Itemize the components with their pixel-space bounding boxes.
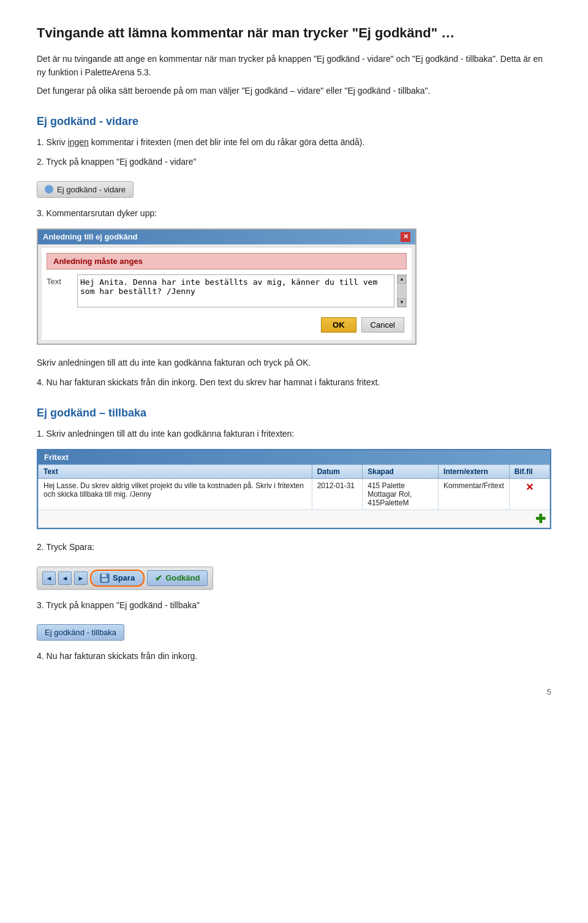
col-header-datum: Datum bbox=[312, 465, 363, 479]
table-add-row: ✚ bbox=[39, 510, 550, 528]
nav-prev-button[interactable]: ◄ bbox=[58, 571, 72, 585]
cell-intern-extern: Kommentar/Fritext bbox=[439, 479, 510, 510]
dialog-close-button[interactable]: ✕ bbox=[401, 232, 410, 242]
cell-skapad: 415 Palette Mottagar Rol, 415PaletteM bbox=[363, 479, 439, 510]
dialog-buttons: OK Cancel bbox=[47, 314, 407, 335]
step2-1: 1. Skriv anledningen till att du inte ka… bbox=[37, 427, 551, 440]
dialog-error-bar: Anledning måste anges bbox=[47, 253, 407, 269]
fritext-header: Fritext bbox=[38, 450, 550, 464]
page-number: 5 bbox=[37, 687, 551, 696]
dialog-textarea[interactable]: Hej Anita. Denna har inte beställts av m… bbox=[77, 274, 394, 307]
dialog-scrollbar[interactable]: ▲ ▼ bbox=[397, 274, 407, 307]
dialog-titlebar: Anledning till ej godkänd ✕ bbox=[38, 230, 415, 244]
section1-title: Ej godkänd - vidare bbox=[37, 115, 551, 128]
anledning-dialog: Anledning till ej godkänd ✕ Anledning må… bbox=[37, 228, 417, 345]
step1-2: 2. Tryck på knappen "Ej godkänd - vidare… bbox=[37, 155, 551, 168]
section2-title: Ej godkänd – tillbaka bbox=[37, 407, 551, 420]
godkand-check-icon: ✔ bbox=[155, 573, 162, 583]
fritext-table: Text Datum Skapad Intern/extern Bif.fil … bbox=[38, 464, 550, 528]
step1-1: 1. Skriv ingen kommentar i fritexten (me… bbox=[37, 135, 551, 149]
intro-paragraph-2: Det fungerar på olika sätt beroende på o… bbox=[37, 84, 551, 97]
dialog-textarea-wrap: Hej Anita. Denna har inte beställts av m… bbox=[77, 274, 407, 307]
toolbar-bar: ◄ ◄ ► Spara ✔ Godkänd bbox=[37, 567, 213, 590]
dialog-form-row: Text Hej Anita. Denna har inte beställts… bbox=[47, 274, 407, 307]
save-icon bbox=[100, 573, 110, 583]
add-icon[interactable]: ✚ bbox=[535, 512, 546, 526]
dialog-text-label: Text bbox=[47, 274, 71, 286]
btn-ejgodkand-vidare[interactable]: Ej godkänd - vidare bbox=[37, 181, 134, 198]
cell-text: Hej Lasse. Du skrev aldrig vilket projek… bbox=[39, 479, 312, 510]
scrollbar-thumb bbox=[398, 284, 406, 298]
col-header-text: Text bbox=[39, 465, 312, 479]
dialog-ok-button[interactable]: OK bbox=[321, 317, 356, 333]
btn-ejgodkand-tillbaka[interactable]: Ej godkänd - tillbaka bbox=[37, 624, 124, 641]
nav-next-button[interactable]: ► bbox=[74, 571, 88, 585]
add-row-cell: ✚ bbox=[39, 510, 550, 528]
ejgodkand-vidare-icon bbox=[45, 185, 53, 194]
svg-rect-3 bbox=[106, 574, 107, 576]
step1-4: Skriv anledningen till att du inte kan g… bbox=[37, 356, 551, 369]
col-header-skapad: Skapad bbox=[363, 465, 439, 479]
nav-prev-prev-icon: ◄ bbox=[46, 575, 53, 582]
fritext-container: Fritext Text Datum Skapad Intern/extern … bbox=[37, 449, 551, 529]
step2-2: 2. Tryck Spara: bbox=[37, 540, 551, 554]
intro-paragraph-1: Det är nu tvingande att ange en kommenta… bbox=[37, 52, 551, 80]
step1-5: 4. Nu har fakturan skickats från din ink… bbox=[37, 375, 551, 389]
scrollbar-up[interactable]: ▲ bbox=[398, 275, 406, 284]
cell-datum: 2012-01-31 bbox=[312, 479, 363, 510]
nav-prev-icon: ◄ bbox=[62, 575, 69, 582]
delete-icon[interactable]: ✕ bbox=[526, 482, 533, 492]
nav-prev-prev-button[interactable]: ◄ bbox=[42, 571, 56, 585]
step2-4: 4. Nu har fakturan skickats från din ink… bbox=[37, 649, 551, 663]
spara-button[interactable]: Spara bbox=[90, 570, 145, 587]
step1-3: 3. Kommentarsrutan dyker upp: bbox=[37, 206, 551, 220]
godkand-button[interactable]: ✔ Godkänd bbox=[147, 570, 208, 586]
scrollbar-down[interactable]: ▼ bbox=[398, 298, 406, 307]
col-header-intern: Intern/extern bbox=[439, 465, 510, 479]
dialog-cancel-button[interactable]: Cancel bbox=[361, 317, 404, 333]
col-header-biffil: Bif.fil bbox=[509, 465, 549, 479]
dialog-body: Anledning måste anges Text Hej Anita. De… bbox=[42, 248, 412, 340]
dialog-title: Anledning till ej godkänd bbox=[43, 232, 138, 241]
svg-rect-2 bbox=[102, 578, 108, 582]
cell-biffil: ✕ bbox=[509, 479, 549, 510]
page-title: Tvingande att lämna kommentar när man tr… bbox=[37, 24, 551, 42]
nav-next-icon: ► bbox=[78, 575, 85, 582]
table-row: Hej Lasse. Du skrev aldrig vilket projek… bbox=[39, 479, 550, 510]
step2-3: 3. Tryck på knappen "Ej godkänd - tillba… bbox=[37, 598, 551, 612]
svg-rect-1 bbox=[102, 574, 107, 577]
